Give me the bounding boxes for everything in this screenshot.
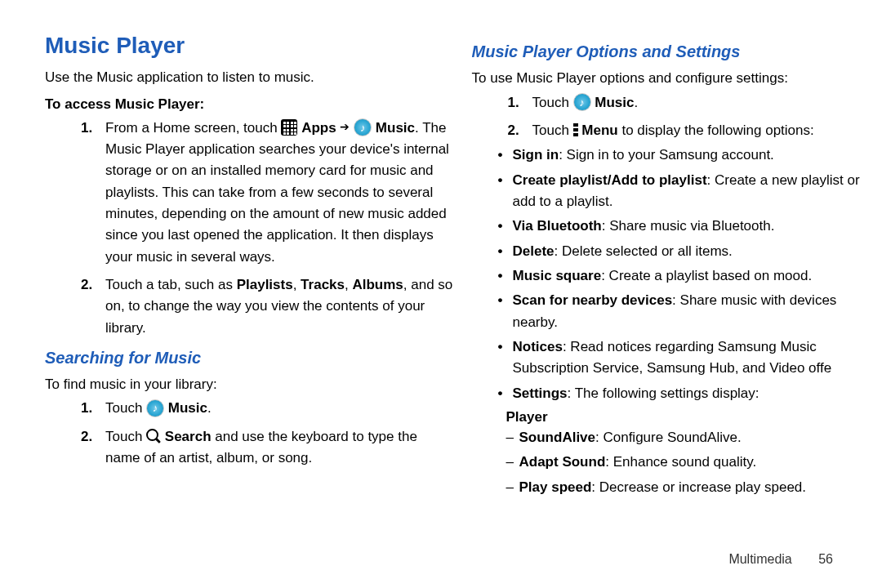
access-heading: To access Music Player: [45,96,456,113]
step-text: Touch a tab, such as Playlists, Tracks, … [105,274,456,339]
page-footer: Multimedia 56 [728,552,833,567]
access-step-1: 1. From a Home screen, touch Apps ➔ Musi… [81,118,456,268]
options-step-1: 1. Touch Music. [508,92,883,114]
search-step-1: 1. Touch Music. [81,398,456,419]
step-text: Touch Music. [532,92,883,114]
apps-label: Apps [301,120,336,136]
list-item: –Play speed: Decrease or increase play s… [506,477,883,498]
intro-text: Use the Music application to listen to m… [45,67,456,88]
search-step-2: 2. Touch Search and use the keyboard to … [81,426,456,470]
list-item: –SoundAlive: Configure SoundAlive. [506,427,883,448]
page-title: Music Player [45,33,456,59]
search-intro: To find music in your library: [45,374,456,395]
left-column: Music Player Use the Music application t… [45,33,456,501]
options-intro: To use Music Player options and configur… [472,68,883,89]
list-item: •Settings: The following settings displa… [498,383,883,404]
list-item: •Notices: Read notices regarding Samsung… [498,336,883,380]
search-icon [146,429,161,443]
access-step-2: 2. Touch a tab, such as Playlists, Track… [81,274,456,339]
music-disc-icon [573,93,591,111]
music-disc-icon [146,399,164,417]
list-item: •Create playlist/Add to playlist: Create… [498,170,883,213]
section-name: Multimedia [728,552,791,566]
step-number: 2. [508,120,532,141]
step-text: From a Home screen, touch Apps ➔ Music. … [105,118,456,268]
step-text: Touch Menu to display the following opti… [532,120,883,141]
step-number: 2. [81,274,105,339]
music-label: Music [595,95,634,110]
options-step-2: 2. Touch Menu to display the following o… [508,120,883,141]
list-item: –Adapt Sound: Enhance sound quality. [506,452,883,473]
list-item: •Scan for nearby devices: Share music wi… [498,290,883,333]
searching-heading: Searching for Music [45,349,456,368]
player-subheading: Player [506,409,883,425]
step-number: 1. [508,92,532,114]
music-disc-icon [354,118,372,136]
menu-label: Menu [581,122,617,138]
step-text: Touch Music. [105,398,456,419]
search-label: Search [165,429,212,444]
list-item: •Sign in: Sign in to your Samsung accoun… [498,145,883,166]
step-number: 1. [81,118,105,268]
apps-grid-icon [281,119,297,136]
step-text: Touch Search and use the keyboard to typ… [105,426,456,470]
music-label: Music [168,400,207,416]
list-item: •Music square: Create a playlist based o… [498,265,883,287]
options-heading: Music Player Options and Settings [472,42,883,61]
arrow-icon: ➔ [340,118,350,136]
right-column: Music Player Options and Settings To use… [472,33,883,501]
step-number: 1. [81,398,105,419]
list-item: •Delete: Delete selected or all items. [498,241,883,262]
list-item: •Via Bluetooth: Share music via Bluetoot… [498,216,883,237]
menu-icon [573,122,578,137]
page-number: 56 [818,552,833,567]
music-label: Music [376,120,415,136]
step-number: 2. [81,426,105,470]
